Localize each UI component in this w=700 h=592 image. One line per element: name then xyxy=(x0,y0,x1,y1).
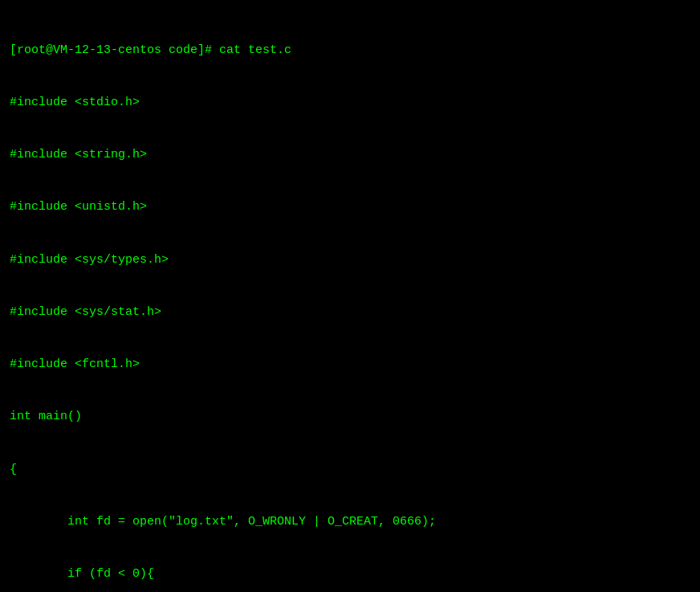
line-main-decl: int main() xyxy=(10,408,690,426)
line-if-fd: if (fd < 0){ xyxy=(10,565,690,583)
line-include5: #include <sys/stat.h> xyxy=(10,304,690,321)
line-include3: #include <unistd.h> xyxy=(10,198,690,216)
line-include4: #include <sys/types.h> xyxy=(10,251,690,269)
line-cmd-cat: [root@VM-12-13-centos code]# cat test.c xyxy=(10,42,690,59)
line-include6: #include <fcntl.h> xyxy=(10,356,690,374)
line-include1: #include <stdio.h> xyxy=(10,94,690,112)
line-brace-open: { xyxy=(10,461,690,479)
line-fd-decl: int fd = open("log.txt", O_WRONLY | O_CR… xyxy=(10,513,690,531)
line-include2: #include <string.h> xyxy=(10,146,690,164)
terminal: [root@VM-12-13-centos code]# cat test.c … xyxy=(0,0,700,592)
